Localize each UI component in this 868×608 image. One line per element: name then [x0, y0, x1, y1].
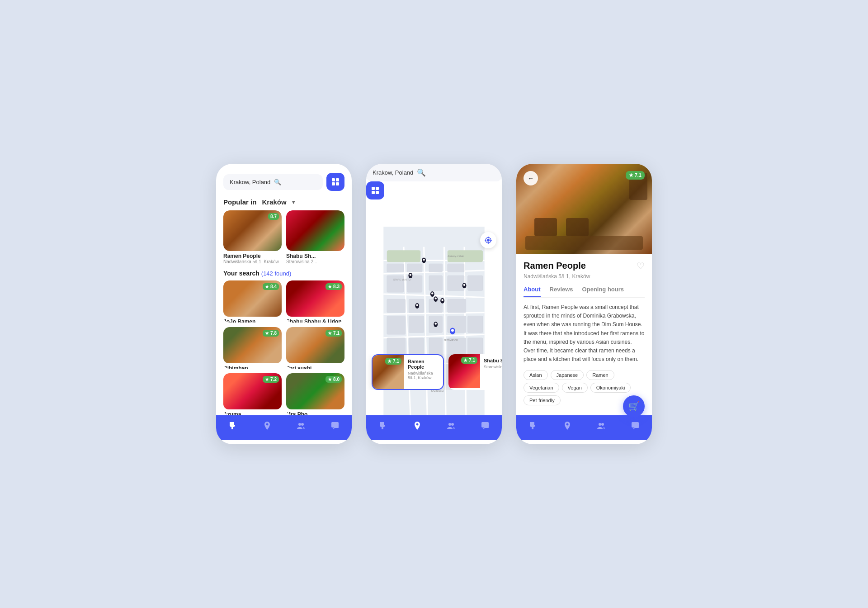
svg-rect-0 [332, 178, 335, 181]
nav-map-2[interactable] [412, 421, 422, 433]
svg-rect-10 [376, 191, 379, 194]
nav-restaurants-1[interactable] [228, 421, 238, 433]
svg-text:Academy of Music: Academy of Music [448, 255, 464, 257]
map-card-rating-ramen: ★ 7.1 [385, 358, 401, 365]
phone-search: Krakow, Poland 🔍 Popular in Kraków ▾ 8.7 [216, 164, 352, 444]
search-results-title: Your search (142 found) [216, 270, 352, 280]
nav-indicator-3 [561, 443, 607, 444]
svg-rect-79 [481, 422, 489, 428]
tag-asian[interactable]: Asian [524, 370, 548, 380]
cart-fab-button[interactable]: 🛒 [623, 395, 645, 417]
svg-point-78 [451, 423, 454, 426]
nav-social-1[interactable] [296, 421, 306, 433]
nav-chat-1[interactable] [330, 421, 340, 433]
map-search-icon[interactable]: 🔍 [417, 168, 426, 177]
nav-social-2[interactable] [446, 421, 456, 433]
map-card-shabu[interactable]: ★ 7.1 Shabu Sh... Starowislna 2... [448, 354, 502, 390]
rating-shabu2: ★ 8.3 [326, 283, 342, 290]
favorite-button[interactable]: ♡ [637, 261, 645, 271]
tag-vegetarian[interactable]: Vegetarian [524, 383, 559, 393]
map-search-value: Krakow, Poland [373, 169, 413, 176]
map-card-rating-shabu: ★ 7.1 [461, 357, 477, 364]
svg-point-68 [434, 323, 436, 324]
grid-card-azuma[interactable]: ★ 7.2 Azuma [223, 373, 282, 415]
svg-rect-31 [387, 299, 406, 313]
svg-rect-3 [336, 182, 339, 185]
tag-okonomiyaki[interactable]: Okonomiyaki [590, 383, 631, 393]
svg-rect-27 [448, 264, 464, 272]
svg-rect-8 [376, 187, 379, 190]
grid-card-shabu2[interactable]: ★ 8.3 Shabu Shabu & Udon [286, 280, 344, 323]
restaurant-description: At first, Ramen People was a small conce… [524, 303, 645, 364]
phone-detail: ← ★ 7.1 Ramen People ♡ Nadwiślańska 5/L1… [516, 164, 652, 444]
popular-row: 8.7 Ramen People Nadwiślańska 5/L1, Krak… [216, 210, 352, 270]
nav-restaurants-2[interactable] [378, 421, 388, 433]
svg-rect-23 [407, 264, 422, 272]
phones-container: Krakow, Poland 🔍 Popular in Kraków ▾ 8.7 [216, 164, 652, 444]
map-area: STARE MIASTO Academy of Music KAZIMIERZ … [366, 200, 502, 415]
search-icon[interactable]: 🔍 [274, 179, 281, 185]
svg-rect-36 [409, 316, 424, 332]
svg-point-77 [448, 423, 451, 426]
tab-opening-hours[interactable]: Opening hours [582, 286, 624, 297]
svg-rect-30 [467, 276, 483, 291]
svg-point-60 [434, 297, 436, 299]
nav-map-3[interactable] [562, 421, 572, 433]
svg-point-54 [423, 259, 425, 261]
popular-section-title: Popular in Kraków ▾ [216, 196, 352, 210]
map-search-bar[interactable]: Krakow, Poland 🔍 [366, 164, 502, 181]
svg-rect-34 [448, 299, 466, 313]
svg-rect-35 [387, 316, 406, 334]
grid-card-tori[interactable]: ★ 7.1 Tori sushi [286, 327, 344, 369]
popular-card-shabu[interactable]: Shabu Sh... Starowislna 2... [286, 210, 344, 264]
tag-vegan[interactable]: Vegan [562, 383, 588, 393]
tab-about[interactable]: About [524, 286, 541, 297]
location-button[interactable] [480, 232, 496, 248]
nav-indicator-2 [411, 443, 457, 444]
nav-chat-2[interactable] [480, 421, 490, 433]
search-value: Krakow, Poland [230, 179, 270, 185]
nav-chat-3[interactable] [630, 421, 640, 433]
svg-rect-26 [429, 264, 443, 272]
bottom-nav-1 [216, 415, 352, 440]
nav-map-1[interactable] [262, 421, 272, 433]
hero-rating-badge: ★ 7.1 [626, 171, 645, 180]
svg-point-62 [441, 299, 443, 301]
svg-rect-28 [429, 276, 443, 291]
svg-point-5 [301, 423, 304, 426]
rating-tori: ★ 7.1 [326, 330, 342, 337]
search-bar[interactable]: Krakow, Poland 🔍 [223, 174, 323, 190]
rating-jojo: ★ 8.4 [263, 283, 279, 290]
svg-point-64 [416, 304, 418, 306]
grid-card-bibimbap[interactable]: ★ 7.8 Bibimbap [223, 327, 282, 369]
tag-japanese[interactable]: Japanese [551, 370, 584, 380]
phone-map: Krakow, Poland 🔍 [366, 164, 502, 444]
svg-rect-2 [332, 182, 335, 185]
tag-pet-friendly[interactable]: Pet-friendly [524, 395, 561, 405]
map-search-header: Krakow, Poland 🔍 [366, 164, 502, 200]
svg-rect-29 [448, 276, 464, 291]
map-card-ramen[interactable]: ★ 7.1 Ramen People Nadwiślańska 5/L1, Kr… [372, 354, 444, 390]
grid-card-jojo[interactable]: ★ 8.4 JoJo Ramen [223, 280, 282, 323]
popular-card-ramen[interactable]: 8.7 Ramen People Nadwiślańska 5/L1, Krak… [223, 210, 282, 264]
svg-rect-1 [336, 178, 339, 181]
grid-toggle-button[interactable] [326, 173, 344, 191]
nav-indicator-1 [261, 443, 307, 444]
nav-restaurants-3[interactable] [528, 421, 538, 433]
svg-point-80 [599, 423, 601, 426]
grid-card-mrpho[interactable]: ★ 8.0 Mrs Pho [286, 373, 344, 415]
svg-rect-45 [387, 250, 420, 262]
rating-badge-ramen: 8.7 [268, 213, 279, 220]
nav-social-3[interactable] [596, 421, 606, 433]
rating-bibimbap: ★ 7.8 [263, 330, 279, 337]
tag-ramen[interactable]: Ramen [586, 370, 614, 380]
detail-tabs: About Reviews Opening hours [524, 286, 645, 298]
search-header: Krakow, Poland 🔍 [216, 164, 352, 196]
bottom-nav-2 [366, 415, 502, 440]
back-button[interactable]: ← [524, 171, 538, 185]
tab-reviews[interactable]: Reviews [550, 286, 573, 297]
map-grid-toggle[interactable] [366, 181, 384, 200]
detail-content: Ramen People ♡ Nadwiślańska 5/L1, Kraków… [516, 254, 652, 415]
svg-point-66 [463, 284, 465, 286]
svg-rect-7 [372, 187, 375, 190]
